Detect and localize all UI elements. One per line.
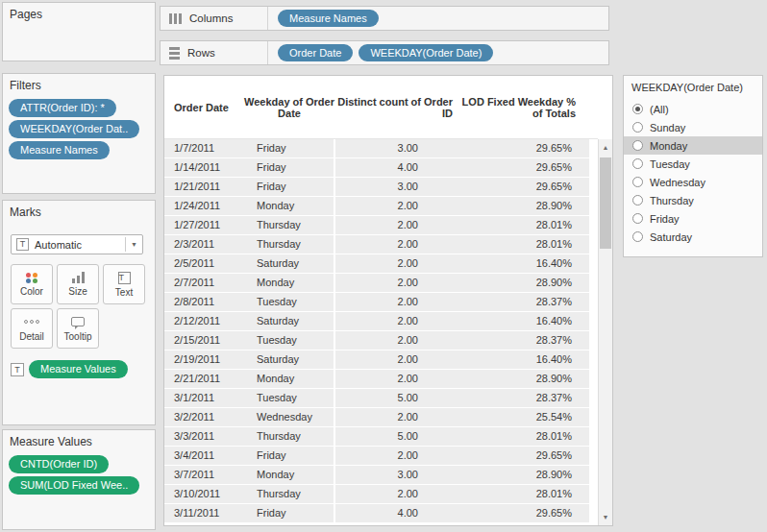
table-cell[interactable]: 3/1/2011 bbox=[164, 389, 243, 407]
rows-shelf-pill[interactable]: WEEKDAY(Order Date) bbox=[359, 44, 493, 61]
color-button[interactable]: Color bbox=[11, 264, 53, 304]
rows-shelf-pill[interactable]: Order Date bbox=[278, 44, 353, 61]
table-cell[interactable]: 3/7/2011 bbox=[164, 466, 243, 484]
table-cell[interactable]: 2/8/2011 bbox=[164, 293, 243, 311]
table-cell[interactable]: Saturday bbox=[243, 312, 335, 330]
table-cell[interactable]: Thursday bbox=[243, 427, 335, 446]
table-cell[interactable]: 2.00 bbox=[335, 485, 458, 503]
radio-icon[interactable] bbox=[632, 104, 643, 114]
columns-shelf-pill[interactable]: Measure Names bbox=[278, 10, 379, 27]
table-cell[interactable]: 3.00 bbox=[335, 178, 458, 196]
table-cell[interactable]: 1/7/2011 bbox=[164, 139, 243, 157]
table-cell[interactable]: 2.00 bbox=[335, 216, 458, 234]
table-cell[interactable]: 2.00 bbox=[335, 293, 458, 311]
table-cell[interactable]: 1/21/2011 bbox=[164, 178, 243, 196]
radio-icon[interactable] bbox=[632, 231, 643, 242]
table-cell[interactable]: 29.65% bbox=[458, 178, 589, 196]
table-cell[interactable]: 1/14/2011 bbox=[164, 158, 243, 177]
filter-pill[interactable]: ATTR(Order ID): * bbox=[9, 99, 116, 117]
table-cell[interactable]: 1/24/2011 bbox=[164, 197, 243, 215]
table-cell[interactable]: 28.01% bbox=[458, 235, 589, 254]
column-header-weekday[interactable]: Weekday of Order Date bbox=[243, 76, 335, 138]
table-cell[interactable]: Friday bbox=[243, 447, 335, 465]
table-cell[interactable]: 3/4/2011 bbox=[164, 447, 243, 465]
table-cell[interactable]: Friday bbox=[243, 178, 335, 196]
table-cell[interactable]: 2.00 bbox=[335, 447, 458, 465]
chevron-down-icon[interactable] bbox=[125, 237, 137, 252]
table-cell[interactable]: 2/19/2011 bbox=[164, 351, 243, 369]
table-cell[interactable]: Tuesday bbox=[243, 293, 335, 311]
table-cell[interactable]: 28.37% bbox=[458, 389, 589, 407]
table-cell[interactable]: 16.40% bbox=[458, 254, 589, 273]
table-cell[interactable]: 28.90% bbox=[458, 274, 589, 292]
filter-pill[interactable]: Measure Names bbox=[9, 141, 110, 159]
table-cell[interactable]: 2/21/2011 bbox=[164, 370, 243, 388]
table-cell[interactable]: 16.40% bbox=[458, 351, 589, 369]
size-button[interactable]: Size bbox=[57, 264, 99, 304]
weekday-option-sunday[interactable]: Sunday bbox=[624, 118, 762, 136]
table-cell[interactable]: Monday bbox=[243, 466, 335, 484]
table-cell[interactable]: 2/5/2011 bbox=[164, 254, 243, 273]
table-cell[interactable]: 28.90% bbox=[458, 197, 589, 215]
weekday-option-tuesday[interactable]: Tuesday bbox=[624, 155, 762, 173]
tooltip-button[interactable]: Tooltip bbox=[57, 308, 99, 349]
table-cell[interactable]: 4.00 bbox=[335, 158, 458, 177]
table-cell[interactable]: 2/12/2011 bbox=[164, 312, 243, 330]
table-cell[interactable]: 28.01% bbox=[458, 216, 589, 234]
table-cell[interactable]: 28.90% bbox=[458, 466, 589, 484]
radio-icon[interactable] bbox=[632, 158, 643, 169]
table-cell[interactable]: 28.90% bbox=[458, 370, 589, 388]
radio-icon[interactable] bbox=[632, 122, 643, 133]
table-cell[interactable]: 2.00 bbox=[335, 370, 458, 388]
table-cell[interactable]: Friday bbox=[243, 139, 335, 157]
table-cell[interactable]: 2.00 bbox=[335, 197, 458, 215]
table-cell[interactable]: 3/11/2011 bbox=[164, 504, 243, 522]
weekday-option-all[interactable]: (All) bbox=[624, 100, 762, 118]
table-cell[interactable]: Monday bbox=[243, 370, 335, 388]
table-cell[interactable]: 29.65% bbox=[458, 447, 589, 465]
filter-pill[interactable]: WEEKDAY(Order Dat.. bbox=[9, 120, 139, 138]
radio-icon[interactable] bbox=[632, 140, 643, 151]
radio-icon[interactable] bbox=[632, 195, 643, 206]
table-cell[interactable]: Thursday bbox=[243, 485, 335, 503]
weekday-option-friday[interactable]: Friday bbox=[624, 209, 762, 228]
vertical-scrollbar[interactable] bbox=[598, 139, 612, 525]
table-cell[interactable]: 28.01% bbox=[458, 485, 589, 503]
scrollbar-thumb[interactable] bbox=[600, 157, 611, 249]
table-cell[interactable]: Saturday bbox=[243, 254, 335, 273]
scroll-up-icon[interactable] bbox=[599, 140, 612, 155]
table-cell[interactable]: 2/15/2011 bbox=[164, 331, 243, 350]
table-cell[interactable]: 3/2/2011 bbox=[164, 408, 243, 426]
column-header-order-date[interactable]: Order Date bbox=[164, 76, 243, 138]
table-cell[interactable]: 4.00 bbox=[335, 504, 458, 522]
table-cell[interactable]: 2/7/2011 bbox=[164, 274, 243, 292]
radio-icon[interactable] bbox=[632, 177, 643, 187]
mark-type-dropdown[interactable]: Automatic bbox=[11, 234, 143, 254]
measure-value-pill[interactable]: SUM(LOD Fixed Wee.. bbox=[9, 476, 139, 495]
table-cell[interactable]: Thursday bbox=[243, 235, 335, 254]
table-cell[interactable]: 28.37% bbox=[458, 331, 589, 350]
column-header-distinct-count[interactable]: Distinct count of Order ID bbox=[335, 76, 458, 138]
table-cell[interactable]: 3.00 bbox=[335, 466, 458, 484]
table-cell[interactable]: Friday bbox=[243, 158, 335, 177]
column-header-lod-fixed[interactable]: LOD Fixed Weekday % of Totals bbox=[458, 76, 589, 138]
weekday-option-wednesday[interactable]: Wednesday bbox=[624, 173, 762, 191]
table-cell[interactable]: 1/27/2011 bbox=[164, 216, 243, 234]
table-cell[interactable]: 5.00 bbox=[335, 427, 458, 446]
table-cell[interactable]: 29.65% bbox=[458, 158, 589, 177]
text-button[interactable]: Text bbox=[103, 264, 145, 304]
table-cell[interactable]: Friday bbox=[243, 504, 335, 522]
table-cell[interactable]: Tuesday bbox=[243, 389, 335, 407]
table-cell[interactable]: 3.00 bbox=[335, 139, 458, 157]
table-cell[interactable]: Thursday bbox=[243, 216, 335, 234]
table-cell[interactable]: 2.00 bbox=[335, 331, 458, 350]
table-cell[interactable]: Wednesday bbox=[243, 408, 335, 426]
table-cell[interactable]: 3/3/2011 bbox=[164, 427, 243, 446]
table-cell[interactable]: 5.00 bbox=[335, 389, 458, 407]
radio-icon[interactable] bbox=[632, 213, 643, 224]
table-cell[interactable]: 2.00 bbox=[335, 312, 458, 330]
table-cell[interactable]: Monday bbox=[243, 274, 335, 292]
table-cell[interactable]: 2.00 bbox=[335, 351, 458, 369]
weekday-option-monday[interactable]: Monday bbox=[624, 136, 762, 155]
detail-button[interactable]: Detail bbox=[11, 308, 53, 349]
